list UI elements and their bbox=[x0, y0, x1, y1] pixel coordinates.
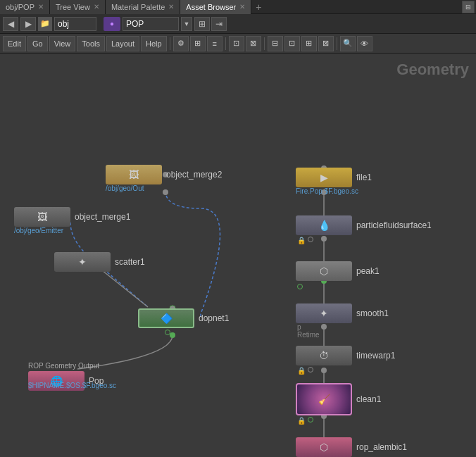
view-menu[interactable]: View bbox=[49, 36, 76, 51]
node-dopnet1[interactable]: 🔷 dopnet1 bbox=[138, 308, 229, 328]
tab-material-label: Material Palette bbox=[111, 3, 165, 11]
node-box-particle: 💧 bbox=[296, 215, 352, 235]
node-label-peak: peak1 bbox=[356, 266, 380, 276]
node-icon-smooth: ✦ bbox=[316, 306, 332, 321]
tab-actions: ⊟ bbox=[462, 1, 476, 13]
peak-status-dot bbox=[297, 284, 303, 289]
node-box-scatter: ✦ bbox=[54, 252, 111, 272]
node-sub-file1: Fire.Pop.$F.bgeo.sc bbox=[296, 187, 358, 195]
timewarp-lock-icon: 🔒 bbox=[297, 367, 306, 375]
sub-path-input[interactable] bbox=[123, 17, 179, 31]
addr-right-buttons: ⊞ ⇥ bbox=[194, 17, 227, 31]
node-label-file1: file1 bbox=[356, 173, 372, 182]
folder-icon: 📁 bbox=[38, 17, 52, 31]
smooth-sub-retime: Retime bbox=[297, 331, 389, 339]
node-label-scatter: scatter1 bbox=[115, 257, 145, 267]
svg-point-1 bbox=[163, 189, 168, 195]
node-rop-alembic1[interactable]: ⬡ rop_alembic1 Flip001.abc bbox=[296, 437, 407, 457]
pop-icon: ● bbox=[104, 17, 120, 31]
addr-btn1[interactable]: ⊞ bbox=[194, 17, 210, 31]
node-icon-file1: ▶ bbox=[316, 170, 332, 185]
clean-status-dot bbox=[308, 417, 313, 422]
help-menu[interactable]: Help bbox=[141, 36, 167, 51]
tool-action4[interactable]: ⊠ bbox=[318, 36, 334, 51]
node-smooth1[interactable]: ✦ smooth1 p Retime bbox=[296, 303, 389, 339]
particle-lock-icon: 🔒 bbox=[297, 237, 306, 244]
node-file1[interactable]: ▶ file1 Fire.Pop.$F.bgeo.sc ● bbox=[296, 168, 372, 187]
node-icon-clean: 🧹 bbox=[316, 392, 332, 407]
node-icon-merge1: 🖼 bbox=[35, 209, 50, 225]
node-timewarp1[interactable]: ⏱ timewarp1 🔒 bbox=[296, 346, 395, 375]
path-input[interactable] bbox=[54, 17, 96, 31]
node-box-file1: ▶ bbox=[296, 168, 352, 187]
tab-tree[interactable]: Tree View ✕ bbox=[50, 0, 106, 14]
tab-action-layout[interactable]: ⊟ bbox=[462, 1, 475, 13]
node-icon-timewarp: ⏱ bbox=[316, 348, 332, 363]
tab-obj-label: obj/POP bbox=[6, 3, 35, 11]
path-dropdown[interactable]: ▼ bbox=[181, 17, 192, 31]
node-sub-merge2: /obj/geo/Out bbox=[106, 184, 144, 192]
node-peak1[interactable]: ⬡ peak1 bbox=[296, 261, 380, 291]
tool-view1[interactable]: ⊡ bbox=[229, 36, 244, 51]
tab-tree-close[interactable]: ✕ bbox=[94, 3, 99, 11]
forward-button[interactable]: ▶ bbox=[20, 17, 36, 31]
node-box-merge1: 🖼 bbox=[14, 207, 70, 227]
node-box-smooth: ✦ bbox=[296, 303, 352, 323]
tab-asset-label: Asset Browser bbox=[186, 3, 236, 11]
back-button[interactable]: ◀ bbox=[3, 17, 18, 31]
node-label-merge2: object_merge2 bbox=[166, 170, 222, 180]
tool-action2[interactable]: ⊡ bbox=[284, 36, 300, 51]
tab-asset-close[interactable]: ✕ bbox=[239, 3, 245, 11]
layout-menu[interactable]: Layout bbox=[106, 36, 139, 51]
go-menu[interactable]: Go bbox=[27, 36, 48, 51]
tool-list[interactable]: ≡ bbox=[207, 36, 223, 51]
tab-obj[interactable]: obj/POP ✕ bbox=[0, 0, 50, 14]
node-icon-rop: ⬡ bbox=[316, 439, 332, 455]
node-pop[interactable]: ROP Geometry Output 🌐 Pop $HIPNAME.$OS.$… bbox=[28, 362, 104, 391]
address-bar: ◀ ▶ 📁 ● ▼ ⊞ ⇥ bbox=[0, 14, 476, 34]
tab-bar: obj/POP ✕ Tree View ✕ Material Palette ✕… bbox=[0, 0, 476, 14]
toolbar-sep4 bbox=[337, 37, 337, 50]
node-label-dopnet: dopnet1 bbox=[199, 313, 229, 323]
tab-asset[interactable]: Asset Browser ✕ bbox=[180, 0, 251, 14]
node-sub-merge1: /obj/geo/Emitter bbox=[14, 227, 63, 234]
node-scatter1[interactable]: ✦ scatter1 bbox=[54, 252, 145, 272]
node-box-timewarp: ⏱ bbox=[296, 346, 352, 365]
smooth-sub-p: p bbox=[297, 323, 389, 331]
timewarp-status-dot bbox=[308, 367, 313, 373]
tool-action3[interactable]: ⊞ bbox=[301, 36, 317, 51]
node-label-particle: particlefluidsurface1 bbox=[356, 220, 432, 230]
tool-grid[interactable]: ⊞ bbox=[190, 36, 206, 51]
node-sub-pop: $HIPNAME.$OS.$F.bgeo.sc bbox=[28, 382, 116, 389]
svg-point-2 bbox=[170, 332, 175, 338]
tab-material[interactable]: Material Palette ✕ bbox=[106, 0, 180, 14]
node-canvas: Geometry bbox=[0, 54, 476, 457]
tools-menu[interactable]: Tools bbox=[77, 36, 105, 51]
addr-btn2[interactable]: ⇥ bbox=[211, 17, 227, 31]
clean-lock-icon: 🔒 bbox=[297, 417, 306, 425]
particle-status-dot bbox=[308, 237, 313, 242]
tool-action1[interactable]: ⊟ bbox=[268, 36, 283, 51]
tool-settings[interactable]: ⚙ bbox=[173, 36, 189, 51]
tool-search[interactable]: 🔍 bbox=[340, 36, 356, 51]
node-box-dopnet: 🔷 bbox=[138, 308, 194, 328]
node-object-merge1[interactable]: 🖼 object_merge1 /obj/geo/Emitter bbox=[14, 207, 130, 227]
edit-menu[interactable]: Edit bbox=[3, 36, 26, 51]
node-icon-particle: 💧 bbox=[316, 218, 332, 233]
node-icon-dopnet: 🔷 bbox=[158, 311, 174, 326]
node-clean1[interactable]: 🧹 clean1 🔒 bbox=[296, 383, 381, 425]
node-particle1[interactable]: 💧 particlefluidsurface1 🔒 bbox=[296, 215, 432, 244]
node-label-clean: clean1 bbox=[356, 394, 381, 404]
node-box-object-merge2: 🖼 bbox=[106, 165, 162, 184]
node-box-peak: ⬡ bbox=[296, 261, 352, 281]
tool-view2[interactable]: ⊠ bbox=[246, 36, 261, 51]
node-icon-scatter: ✦ bbox=[75, 254, 90, 270]
tab-material-close[interactable]: ✕ bbox=[168, 3, 174, 11]
tab-tree-label: Tree View bbox=[56, 3, 90, 11]
tab-add-button[interactable]: + bbox=[251, 0, 265, 14]
tab-obj-close[interactable]: ✕ bbox=[38, 3, 44, 11]
node-box-clean: 🧹 bbox=[296, 383, 352, 415]
tool-eye[interactable]: 👁 bbox=[357, 36, 372, 51]
node-object-merge2[interactable]: 🖼 object_merge2 /obj/geo/Out bbox=[106, 165, 222, 184]
node-label-smooth: smooth1 bbox=[356, 308, 389, 318]
